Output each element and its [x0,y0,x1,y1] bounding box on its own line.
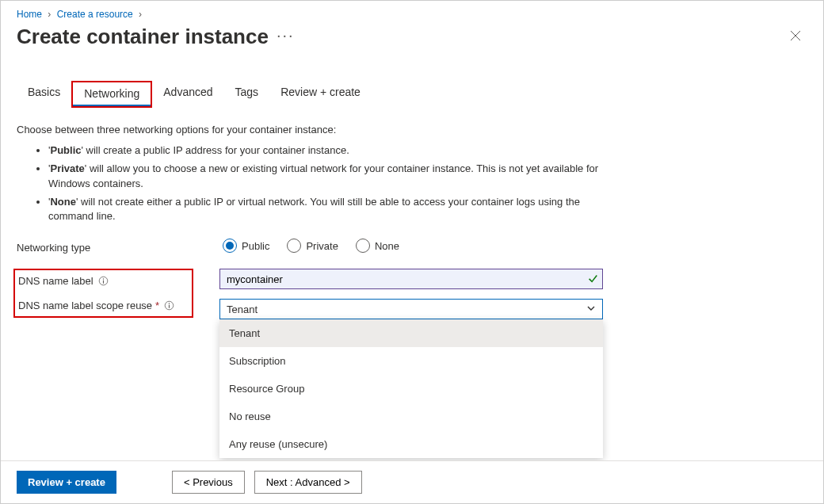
info-icon[interactable] [98,276,109,286]
breadcrumb-home[interactable]: Home [17,9,42,20]
svg-point-3 [102,279,103,280]
option-any-reuse[interactable]: Any reuse (unsecure) [219,430,603,458]
label-dns-name: DNS name label [18,275,93,287]
highlight-tab-networking: Networking [71,81,152,108]
radio-label: Private [306,240,338,252]
tab-basics[interactable]: Basics [17,81,71,108]
option-tenant[interactable]: Tenant [219,319,603,347]
radio-icon [223,239,237,253]
radio-label: Public [242,240,269,252]
radio-icon [287,239,301,253]
breadcrumb-create-resource[interactable]: Create a resource [57,9,133,20]
required-asterisk: * [155,300,159,311]
label-dns-scope: DNS name label scope reuse [18,300,152,311]
review-create-button[interactable]: Review + create [17,471,116,494]
option-resource-group[interactable]: Resource Group [219,375,603,403]
label-networking-type: Networking type [17,239,223,254]
intro-text: Choose between three networking options … [17,124,619,136]
tab-bar: Basics Networking Advanced Tags Review +… [17,81,807,108]
next-button[interactable]: Next : Advanced > [254,471,362,494]
tab-review[interactable]: Review + create [269,81,372,108]
page-title: Create container instance [17,25,269,49]
dns-scope-dropdown: Tenant Subscription Resource Group No re… [219,319,603,458]
footer: Review + create < Previous Next : Advanc… [1,460,823,503]
tab-tags[interactable]: Tags [224,81,270,108]
dns-scope-select[interactable]: Tenant [219,299,603,319]
radio-public[interactable]: Public [223,239,269,253]
intro-list: 'Public' will create a public IP address… [17,143,807,224]
radio-label: None [375,240,399,252]
tab-networking[interactable]: Networking [73,82,151,106]
breadcrumb-sep: › [48,9,51,20]
radio-icon [356,239,370,253]
option-no-reuse[interactable]: No reuse [219,403,603,430]
more-menu-icon[interactable]: ··· [277,26,295,44]
networking-type-radios: Public Private None [223,239,606,253]
svg-point-6 [169,304,170,304]
previous-button[interactable]: < Previous [172,471,245,494]
intro-item-none: 'None' will not create either a public I… [48,195,627,225]
tab-advanced[interactable]: Advanced [152,81,223,108]
close-button[interactable] [784,25,807,48]
radio-private[interactable]: Private [287,239,338,253]
option-subscription[interactable]: Subscription [219,347,603,375]
select-value: Tenant [227,304,258,315]
intro-item-private: 'Private' will allow you to choose a new… [48,162,627,192]
breadcrumb: Home › Create a resource › [17,7,807,20]
svg-rect-4 [103,281,104,284]
dns-name-input[interactable] [219,269,603,289]
info-icon[interactable] [164,300,174,311]
close-icon [790,30,801,41]
svg-rect-7 [169,305,170,308]
radio-none[interactable]: None [356,239,399,253]
breadcrumb-sep: › [139,9,142,20]
check-icon [587,273,598,286]
highlight-dns-labels: DNS name label DNS name label scope reus… [13,269,193,318]
chevron-down-icon [586,304,596,315]
page-root: Home › Create a resource › Create contai… [0,0,824,504]
intro-item-public: 'Public' will create a public IP address… [48,143,627,158]
